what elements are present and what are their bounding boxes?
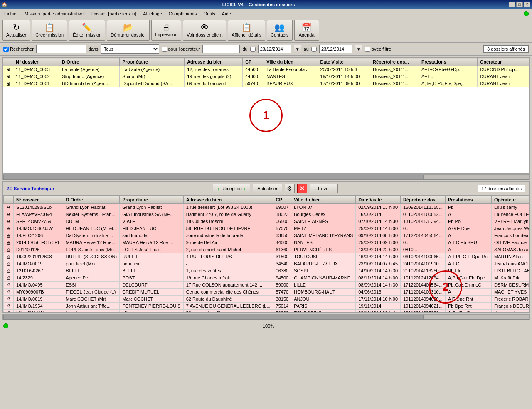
reception-button[interactable]: ↑ Réception ↑ xyxy=(213,184,251,193)
menu-dossier[interactable]: Dossier [partie terrain] xyxy=(88,9,140,18)
contacts-button[interactable]: 👥 Contacts xyxy=(267,20,292,41)
menu-complements[interactable]: Compléments xyxy=(165,9,200,18)
table-row[interactable]: 🖨 FLA/APAVE/0094 Nexter Systems - Etab..… xyxy=(4,211,529,218)
table-row[interactable]: 🖨 14/IMO/0019 Marc COCHET (Mr) Marc COCH… xyxy=(4,296,529,303)
row-dordre: pour liciel (Mr) xyxy=(63,260,120,267)
top-table: N° dossier D.Ordre Propriétaire Adresse … xyxy=(3,58,529,87)
table-row[interactable]: 🖨 2014-09-56-FOL/CRL MAURA Hervé 12 Rue.… xyxy=(4,239,529,246)
table-row[interactable]: 🖨 14/2329 Agence Petit POST 19, rue Char… xyxy=(4,274,529,282)
envoi-button[interactable]: ↓ Envoi ↓ xyxy=(310,184,338,193)
table-row[interactable]: 🖨 14/FLO/1206 Dal System Industrie ... s… xyxy=(4,232,529,239)
voir-dossier-client-button[interactable]: 👁 Voir dossier client xyxy=(183,20,226,41)
table-row[interactable]: 🖨 SER14OMV2759 DDTM VIALE 18 Col des Bos… xyxy=(4,218,529,225)
table-row[interactable]: 🖨 Litteri/2014/11 Litteri Litteri 52 rue… xyxy=(4,310,529,312)
table-row[interactable]: 🖨 DJ1409126 LOPES José Louis (Mr) LOPES … xyxy=(4,246,529,253)
row-cp: 69007 xyxy=(273,204,291,211)
menu-mission[interactable]: Mission [partie administrative] xyxy=(21,9,88,18)
col-ville[interactable]: Ville du bien xyxy=(264,58,318,66)
actualiser-bottom-button[interactable]: Actualiser xyxy=(253,184,282,193)
creer-mission-icon: 📋 xyxy=(44,23,55,32)
demarrer-dossier-button[interactable]: 📂 Démarrer dossier xyxy=(107,20,150,41)
operator-checkbox[interactable] xyxy=(162,47,167,52)
bot-col-repertoire[interactable]: Répertoire dos... xyxy=(401,196,446,204)
envoi-arrow-down2-icon: ↓ xyxy=(331,186,334,191)
row-ville: SAINT-MÉDARD-D'EYRANS xyxy=(291,232,356,239)
search-checkbox[interactable] xyxy=(3,47,9,52)
table-row[interactable]: 🖨 11_DEMO_0003 La baule (Agence) La baul… xyxy=(3,66,529,73)
col-cp[interactable]: CP xyxy=(243,58,264,66)
table-row[interactable]: 🖨 11_DEMO_0001 BD Immobilier (Agen... Du… xyxy=(3,80,529,87)
in-label: dans xyxy=(89,47,99,51)
bot-col-ndossier[interactable]: N° dossier xyxy=(14,196,63,204)
filter-checkbox[interactable] xyxy=(365,47,370,52)
table-row[interactable]: 🖨 MY0909007B FIEGEL Jean Claude (..) CRE… xyxy=(4,289,529,296)
close-red-button[interactable]: ✕ xyxy=(297,184,307,193)
bot-col-ville[interactable]: Ville du bien xyxy=(291,196,356,204)
from-date-checkbox[interactable] xyxy=(250,47,256,52)
bot-col-cp[interactable]: CP xyxy=(273,196,291,204)
menu-outils[interactable]: Outils xyxy=(200,9,219,18)
row-dordre: LOPES José Louis (Mr) xyxy=(63,246,120,253)
table-row[interactable]: 🖨 11_DEMO_0002 Strip Immo (Agence) Spiro… xyxy=(3,73,529,80)
to-date-picker-button[interactable]: ▼ xyxy=(355,45,362,53)
bot-col-prestations[interactable]: Prestations xyxy=(445,196,491,204)
col-date[interactable]: Date Visite xyxy=(318,58,370,66)
search-input[interactable] xyxy=(36,45,86,53)
row-prestations: A,Pb,Ele,Dpe xyxy=(445,310,491,312)
row-ndossier: 14/IMO/1954 xyxy=(14,303,63,310)
reception-arrow-up2-icon: ↑ xyxy=(244,186,246,191)
col-operateur[interactable]: Opérateur xyxy=(477,58,529,66)
row-cp: 44300 xyxy=(243,73,264,80)
bottom-scrollbar[interactable] xyxy=(2,314,530,320)
table-row[interactable]: 🖨 19/09/201412608 RUFFIE (SUCCESSION) RU… xyxy=(4,253,529,260)
menu-affichage[interactable]: Affichage xyxy=(140,9,165,18)
table-row[interactable]: 🖨 14/IMO/0019 pour liciel (Mr) pour lici… xyxy=(4,260,529,267)
creer-mission-button[interactable]: 📋 Créer mission xyxy=(32,20,67,41)
row-cp: 75014 xyxy=(273,303,291,310)
bot-col-dordre[interactable]: D.Ordre xyxy=(63,196,120,204)
col-prestations[interactable]: Prestations xyxy=(419,58,477,66)
operator-label: pour l'opérateur xyxy=(162,47,200,52)
afficher-details-button[interactable]: 📋 Afficher détails xyxy=(228,20,265,41)
from-date-input[interactable] xyxy=(258,45,291,53)
row-proprietaire: Grand Lyon Habitat xyxy=(120,204,183,211)
actualiser-button[interactable]: ↻ Actualiser xyxy=(2,20,30,41)
impression-button[interactable]: 🖨 Impression xyxy=(151,20,181,41)
table-row[interactable]: 🖨 14/IMO/1954 John Arthur ant Tiffe... F… xyxy=(4,303,529,310)
table-row[interactable]: 🖨 SL20140298/SLo Grand Lyon Habitat Gran… xyxy=(4,204,529,211)
bot-col-operateur[interactable]: Opérateur xyxy=(491,196,529,204)
table-row[interactable]: 🖨 14/IMO/1386/JJW HILD JEAN-LUC (Mr et..… xyxy=(4,225,529,232)
maximize-button[interactable]: □ xyxy=(516,2,523,7)
bottom-table: N° dossier D.Ordre Propriétaire Adresse … xyxy=(3,196,529,312)
table-row[interactable]: 🖨 121016-0267 BELEI BELEI 1, rue des voû… xyxy=(4,267,529,274)
col-ndossier[interactable]: N° dossier xyxy=(13,58,59,66)
row-ville: HOMBOURG-HAUT xyxy=(291,289,356,296)
from-label: du xyxy=(242,47,247,51)
operator-input[interactable] xyxy=(202,45,240,53)
to-date-input[interactable] xyxy=(319,45,352,53)
minimize-button[interactable]: – xyxy=(509,2,515,7)
top-scrollbar[interactable] xyxy=(2,174,530,180)
row-proprietaire: Spirou (Mr) xyxy=(120,73,185,80)
bot-col-date[interactable]: Date Visite xyxy=(356,196,401,204)
menu-fichier[interactable]: Fichier xyxy=(1,9,21,18)
from-date-picker-button[interactable]: ▼ xyxy=(294,45,301,53)
to-date-checkbox[interactable] xyxy=(311,47,317,52)
row-proprietaire: pour liciel xyxy=(120,260,183,267)
close-button[interactable]: ✕ xyxy=(524,2,530,7)
gear-button[interactable]: ⚙ xyxy=(285,184,295,193)
bot-col-proprietaire[interactable]: Propriétaire xyxy=(120,196,183,204)
agenda-button[interactable]: 📅 Agenda xyxy=(294,20,319,41)
menu-aide[interactable]: Aide xyxy=(219,9,234,18)
col-proprietaire[interactable]: Propriétaire xyxy=(120,58,185,66)
search-filter-select[interactable]: Tous N° dossier Propriétaire Adresse xyxy=(101,44,159,54)
editer-mission-button[interactable]: ✏️ Éditer mission xyxy=(69,20,105,41)
bot-col-adresse[interactable]: Adresse du bien xyxy=(183,196,273,204)
table-row[interactable]: 🖨 14/IMO/0495 ESSI DELCOURT 17 Rue COLSO… xyxy=(4,282,529,289)
col-dordre[interactable]: D.Ordre xyxy=(59,58,120,66)
top-table-wrapper[interactable]: N° dossier D.Ordre Propriétaire Adresse … xyxy=(3,58,529,173)
row-operateur: MARTIN Alain xyxy=(491,253,529,260)
col-repertoire[interactable]: Répertoire dos... xyxy=(370,58,419,66)
bottom-table-wrapper[interactable]: N° dossier D.Ordre Propriétaire Adresse … xyxy=(3,196,529,312)
col-adresse[interactable]: Adresse du bien xyxy=(185,58,243,66)
